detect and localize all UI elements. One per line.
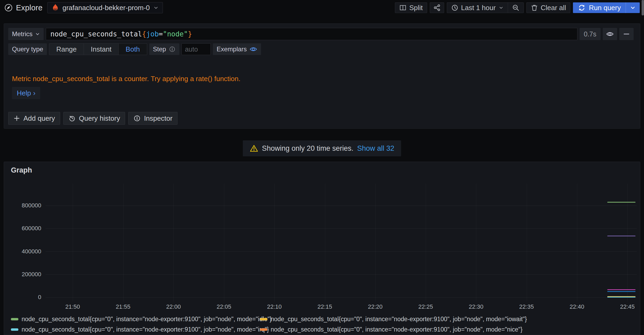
query-label-value: "node" [163, 30, 188, 38]
query-type-option-range[interactable]: Range [49, 44, 84, 55]
x-axis-label: 22:10 [256, 303, 293, 310]
gridline-x [325, 184, 325, 302]
add-query-button[interactable]: Add query [8, 112, 60, 125]
secondary-actions: Add query Query history Inspector [8, 112, 177, 125]
run-query-main[interactable]: Run query [573, 2, 626, 13]
zoom-out-button[interactable] [508, 3, 523, 13]
y-axis-label: 600000 [7, 225, 41, 232]
query-type-option-both[interactable]: Both [118, 44, 147, 55]
query-input[interactable]: node_cpu_seconds_total{job="node"} [46, 28, 577, 40]
inspector-button[interactable]: Inspector [128, 112, 177, 125]
x-axis-label: 22:05 [205, 303, 243, 310]
query-type-label: Query type [8, 43, 47, 55]
datasource-name: grafanacloud-bekker-prom-0 [63, 4, 150, 12]
step-label: Step [149, 43, 179, 55]
trash-icon [531, 4, 538, 11]
share-icon [433, 4, 441, 11]
info-icon[interactable] [169, 46, 176, 53]
series-limit-notice: Showing only 20 time series. Show all 32 [243, 140, 401, 156]
chevron-down-icon [35, 32, 40, 36]
top-bar: Explore grafanacloud-bekker-prom-0 Split [0, 0, 644, 15]
time-range-button[interactable]: Last 1 hour [447, 3, 508, 13]
gridline-y [46, 274, 637, 275]
x-axis-label: 22:15 [306, 303, 344, 310]
metrics-label: Metrics [12, 30, 32, 38]
show-all-link[interactable]: Show all 32 [357, 144, 394, 153]
scrollbar[interactable] [642, 0, 644, 15]
chevron-down-icon [498, 5, 504, 10]
clear-all-label: Clear all [541, 4, 566, 12]
legend-swatch [11, 328, 18, 331]
gridline-x [224, 184, 224, 302]
query-editor-panel: Metrics node_cpu_seconds_total{job="node… [4, 23, 640, 129]
query-options-row: Query type Range Instant Both Step Exemp… [8, 43, 261, 55]
chevron-right-icon: › [33, 89, 35, 97]
legend-item[interactable]: node_cpu_seconds_total{cpu="0", instance… [11, 316, 260, 323]
legend-item[interactable]: node_cpu_seconds_total{cpu="0", instance… [260, 326, 527, 333]
split-button[interactable]: Split [395, 2, 427, 13]
query-close-brace: } [188, 30, 192, 38]
query-equals: = [159, 30, 163, 38]
clock-icon [451, 4, 459, 11]
legend-swatch [260, 318, 267, 320]
help-label: Help [17, 89, 31, 97]
zoom-out-icon [512, 4, 519, 11]
minus-icon [622, 30, 630, 38]
series-segment [607, 289, 635, 290]
gridline-x [426, 184, 426, 302]
split-label: Split [409, 4, 423, 12]
gridline-x [527, 184, 527, 302]
legend-swatch [11, 318, 18, 320]
legend-item[interactable]: node_cpu_seconds_total{cpu="0", instance… [260, 316, 527, 323]
query-type-option-instant[interactable]: Instant [84, 44, 118, 55]
preview-toggle-button[interactable] [603, 28, 617, 40]
step-input[interactable] [181, 43, 211, 55]
x-axis-label: 22:40 [558, 303, 596, 310]
query-row: Metrics node_cpu_seconds_total{job="node… [8, 28, 634, 40]
x-axis-label: 22:20 [357, 303, 394, 310]
split-icon [399, 4, 407, 11]
graph-panel: Graph 020000040000060000080000021:5021:5… [4, 162, 640, 335]
x-axis-label: 22:45 [609, 303, 644, 310]
explore-brand: Explore [4, 3, 43, 12]
y-axis-label: 400000 [7, 248, 41, 255]
x-axis-label: 22:30 [457, 303, 495, 310]
query-open-brace: { [142, 30, 146, 38]
query-history-button[interactable]: Query history [63, 112, 125, 125]
query-label-name: job [146, 30, 159, 38]
compass-icon [4, 3, 13, 12]
run-query-dropdown[interactable] [626, 2, 640, 13]
gridline-x [123, 184, 123, 302]
legend-swatch [260, 328, 267, 331]
share-button[interactable] [430, 2, 444, 13]
x-axis-label: 22:35 [508, 303, 545, 310]
legend-label: node_cpu_seconds_total{cpu="0", instance… [22, 316, 272, 323]
gridline-x [73, 184, 73, 302]
gridline-x [375, 184, 375, 302]
warning-triangle-icon [250, 144, 258, 153]
query-duration-badge: 0.7s [580, 28, 601, 40]
x-axis-label: 22:25 [407, 303, 444, 310]
page-title: Explore [16, 3, 43, 12]
legend-item[interactable]: node_cpu_seconds_total{cpu="0", instance… [11, 326, 260, 333]
gridline-y [46, 297, 637, 298]
gridline-y [46, 228, 637, 229]
x-axis-label: 21:50 [54, 303, 91, 310]
exemplars-toggle: Exemplars [213, 43, 261, 55]
remove-query-button[interactable] [619, 28, 634, 40]
y-axis-label: 200000 [7, 271, 41, 278]
toolbar-right: Split Last 1 hour [395, 2, 640, 13]
legend-label: node_cpu_seconds_total{cpu="0", instance… [271, 326, 522, 333]
run-query-button[interactable]: Run query [573, 2, 640, 13]
metrics-dropdown[interactable]: Metrics [8, 28, 44, 40]
run-query-label: Run query [589, 4, 621, 12]
help-button[interactable]: Help › [12, 87, 40, 99]
sync-icon [578, 4, 586, 12]
info-circle-icon [133, 115, 141, 122]
chevron-down-icon [630, 5, 636, 11]
clear-all-button[interactable]: Clear all [526, 2, 570, 13]
series-segment [607, 291, 635, 292]
datasource-picker[interactable]: grafanacloud-bekker-prom-0 [47, 2, 163, 13]
exemplars-eye-icon[interactable] [249, 45, 257, 53]
y-axis-label: 800000 [7, 202, 41, 209]
